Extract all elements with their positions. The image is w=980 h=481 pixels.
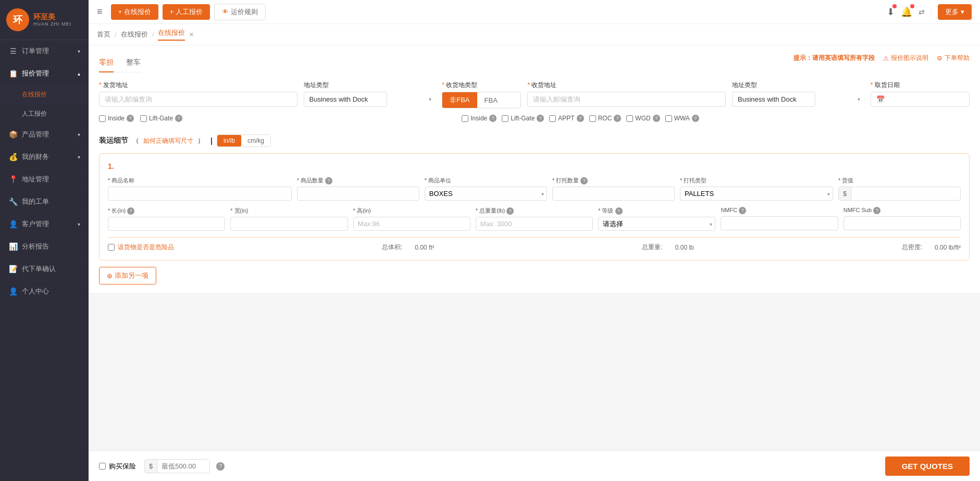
appt-dest-help-icon[interactable]: ? [577,115,584,122]
insurance-checkbox[interactable]: 购买保险 [99,462,136,471]
origin-addr-type-select[interactable]: Business with Dock [304,92,387,107]
sidebar-item-workorder[interactable]: 🔧 我的工单 [0,191,89,213]
pallet-type-select[interactable]: PALLETS [680,187,833,201]
nmfc-sub-input[interactable] [843,216,961,230]
grade-select[interactable]: 请选择 [598,217,715,231]
liftgate-origin-help-icon[interactable]: ? [175,115,182,122]
wgd-dest-input[interactable] [626,115,633,122]
tab-ftl[interactable]: 整车 [126,54,141,72]
get-quotes-button[interactable]: GET QUOTES [885,457,970,476]
inside-origin-input[interactable] [99,115,106,122]
unit-in-lb-button[interactable]: in/lb [217,135,241,146]
item-row-1: * 商品名称 * 商品数量 ? * 商品单位 [108,177,961,201]
wwa-dest-help-icon[interactable]: ? [692,115,699,122]
roc-dest-checkbox[interactable]: ROC ? [589,115,622,122]
product-name-input[interactable] [108,187,292,201]
form-row-1: 发货地址 地址类型 Business with Dock ▾ 收货地类型 [99,81,970,108]
height-input[interactable] [353,217,470,231]
nmfc-sub-help-icon[interactable]: ? [873,207,880,214]
nmfc-input[interactable] [721,216,838,230]
total-weight-help-icon[interactable]: ? [506,207,514,215]
origin-address-input[interactable] [99,92,297,107]
length-input[interactable] [108,217,225,231]
liftgate-dest-input[interactable] [502,115,508,122]
sidebar-item-personal[interactable]: 👤 个人中心 [0,280,89,303]
roc-dest-help-icon[interactable]: ? [614,115,621,122]
total-weight-sum-label: 总重量: [642,243,662,252]
more-button[interactable]: 更多 ▾ [938,4,972,20]
add-item-button[interactable]: ⊕ 添加另一项 [99,267,156,285]
wgd-dest-help-icon[interactable]: ? [653,115,660,122]
length-help-icon[interactable]: ? [127,207,134,215]
inside-dest-help-icon[interactable]: ? [489,115,497,122]
total-weight-input[interactable] [476,217,593,231]
liftgate-dest-checkbox[interactable]: Lift-Gate ? [502,115,544,122]
order-help-link[interactable]: ⚙ 下单帮助 [937,54,970,63]
sidebar-item-online-quote[interactable]: 在线报价 [0,85,89,104]
wwa-dest-checkbox[interactable]: WWA ? [665,115,699,122]
sidebar-item-finance[interactable]: 💰 我的财务 ▾ [0,146,89,168]
insurance-input[interactable] [99,463,106,470]
nmfc-help-icon[interactable]: ? [739,207,746,214]
dangerous-goods-checkbox[interactable]: 该货物是否是危险品 [108,243,174,252]
quote-illustration-link[interactable]: ⚠ 报价图示说明 [883,54,928,63]
download-icon[interactable]: ⬇ [887,6,895,18]
personal-icon: 👤 [8,287,18,295]
appt-dest-checkbox[interactable]: APPT ? [549,115,584,122]
sidebar-item-order-mgmt[interactable]: ☰ 订单管理 ▾ [0,40,89,63]
wgd-dest-checkbox[interactable]: WGD ? [626,115,660,122]
non-fba-button[interactable]: 非FBA [442,92,477,108]
insurance-amount-input[interactable] [157,460,209,473]
liftgate-origin-checkbox[interactable]: Lift-Gate ? [140,115,182,122]
qty-label: * 商品数量 ? [297,177,419,184]
freight-rules-button[interactable]: 👁 运价规则 [214,4,266,20]
fba-button[interactable]: FBA [477,92,505,108]
breadcrumb-close[interactable]: ✕ [189,31,194,38]
translate-icon[interactable]: ⇄ [919,8,925,16]
manual-quote-button[interactable]: + 人工报价 [163,4,210,20]
inside-origin-checkbox[interactable]: Inside ? [99,115,134,122]
wwa-dest-input[interactable] [665,115,672,122]
online-quote-button[interactable]: + 在线报价 [111,4,158,20]
sidebar-item-address-mgmt[interactable]: 📍 地址管理 [0,168,89,191]
notification-icon[interactable]: 🔔 [901,6,912,18]
sidebar-item-manual-quote[interactable]: 人工报价 [0,104,89,124]
breadcrumb-home[interactable]: 首页 [97,30,110,39]
analysis-icon: 📊 [8,242,18,251]
dangerous-goods-input[interactable] [108,244,115,251]
grade-help-icon[interactable]: ? [615,207,623,215]
height-label: * 高(in) [353,207,470,215]
dest-address-input[interactable] [527,92,726,107]
nmfc-group: NMFC ? [721,207,838,230]
roc-dest-input[interactable] [589,115,596,122]
sidebar-item-proxy-order[interactable]: 📝 代下单确认 [0,258,89,280]
sidebar-item-analysis[interactable]: 📊 分析报告 [0,236,89,258]
menu-icon[interactable]: ≡ [97,6,103,17]
sidebar-item-product-mgmt[interactable]: 📦 产品管理 ▾ [0,124,89,146]
width-input[interactable] [230,217,348,231]
qty-help-icon[interactable]: ? [325,177,332,184]
liftgate-origin-input[interactable] [140,115,147,122]
dest-addr-type-select[interactable]: Business with Dock [732,92,815,107]
inside-dest-input[interactable] [462,115,468,122]
unit-cm-kg-button[interactable]: cm/kg [241,135,270,146]
inside-origin-help-icon[interactable]: ? [127,115,134,122]
value-input[interactable] [851,187,893,200]
inside-dest-checkbox[interactable]: Inside ? [462,115,497,122]
liftgate-dest-help-icon[interactable]: ? [537,115,544,122]
summary-row: 该货物是否是危险品 总体积: 0.00 ft² 总重量: 0.00 lb 总密度… [108,237,961,252]
pallet-qty-input[interactable] [552,187,675,201]
tab-ltl[interactable]: 零担 [99,54,114,72]
qty-input[interactable] [297,187,419,201]
insurance-help-icon[interactable]: ? [216,462,225,471]
breadcrumb-online-quote[interactable]: 在线报价 [121,30,148,39]
unit-select[interactable]: BOXES [425,187,547,201]
sidebar-item-customer-mgmt[interactable]: 👤 客户管理 ▾ [0,213,89,236]
pallet-qty-help-icon[interactable]: ? [580,177,588,184]
address-mgmt-icon: 📍 [8,175,18,183]
appt-dest-input[interactable] [549,115,556,122]
separator: | [210,137,213,145]
pickup-date-input[interactable]: 📅 [871,92,970,107]
how-to-fill-link[interactable]: 如何正确填写尺寸 [143,137,193,145]
sidebar-item-quote-mgmt[interactable]: 📋 报价管理 ▴ [0,63,89,85]
